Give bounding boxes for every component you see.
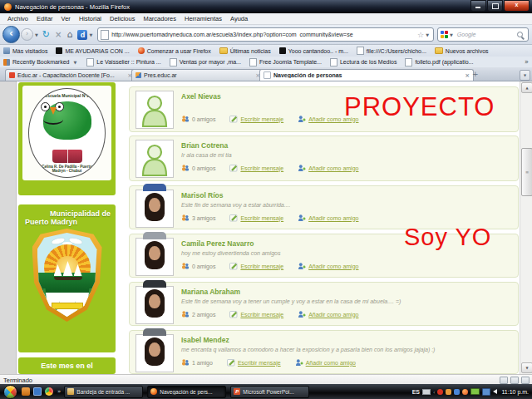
add-friend-link[interactable]: Añadir como amigo: [298, 214, 358, 222]
url-text[interactable]: http://www.puertomadryneduca.com.ar/escu…: [111, 32, 415, 37]
new-tab-button[interactable]: +: [472, 70, 479, 78]
add-friend-link[interactable]: Añadir como amigo: [298, 164, 358, 172]
stop-button[interactable]: ×: [55, 27, 62, 43]
person-name-link[interactable]: Camila Perez Navarro: [181, 239, 254, 248]
quicklaunch-media-icon[interactable]: [22, 387, 30, 396]
keyboard-icon[interactable]: [422, 389, 431, 395]
friends-icon: [181, 310, 190, 318]
tab-navegacion-personas[interactable]: Navegación de personas ×: [259, 69, 474, 81]
add-friend-link[interactable]: Añadir como amigo: [295, 358, 356, 367]
page-scrollbar[interactable]: ▲ ≡ ▼: [520, 81, 532, 374]
person-name-link[interactable]: Marisol Ríos: [181, 191, 224, 200]
firefox-logo-icon: [4, 3, 12, 11]
quicklaunch-chrome-icon[interactable]: [45, 387, 53, 396]
bookmark-nuevos-archivos[interactable]: Nuevos archivos: [435, 47, 489, 54]
bookmark-yooo-cantandoo[interactable]: Yooo cantandoo.. - m...: [279, 47, 348, 54]
search-engine-dropdown-icon[interactable]: ▼: [450, 32, 453, 37]
avatar-default[interactable]: [135, 140, 174, 178]
page-icon: [249, 58, 257, 66]
taskbar-button-firefox[interactable]: Navegación de pers...: [147, 386, 226, 398]
back-button[interactable]: ‹: [2, 26, 20, 43]
tray-expand-icon[interactable]: ‹: [433, 389, 435, 395]
statusbar-image-icon[interactable]: [500, 377, 508, 384]
tab-close-icon[interactable]: ×: [465, 72, 470, 79]
menu-delicious[interactable]: Delicious: [106, 15, 139, 22]
menu-ver[interactable]: Ver: [57, 15, 75, 22]
bookmark-mas-visitados[interactable]: Más visitados: [3, 47, 47, 54]
statusbar-resize-icon[interactable]: [521, 377, 530, 384]
start-button[interactable]: [3, 385, 17, 399]
tab-pres-educar[interactable]: Pres.educ.ar ×: [131, 69, 264, 81]
maximize-button[interactable]: [487, 0, 503, 12]
avatar-default[interactable]: [135, 91, 174, 129]
menu-historial[interactable]: Historial: [75, 15, 106, 22]
bookmark-ventas-por-mayor[interactable]: Ventas por mayor ,ma...: [170, 58, 241, 66]
language-indicator[interactable]: ES: [412, 389, 420, 395]
search-placeholder[interactable]: Google: [457, 32, 517, 37]
person-status: Este fin de semana voy a estar aburrida.…: [181, 202, 291, 208]
url-bar[interactable]: http://www.puertomadryneduca.com.ar/escu…: [97, 27, 434, 42]
avatar-photo[interactable]: [135, 334, 174, 372]
quicklaunch-desktop-icon[interactable]: [33, 387, 42, 396]
avatar-photo[interactable]: [135, 286, 174, 324]
battery-icon[interactable]: [470, 388, 480, 395]
search-icon[interactable]: [517, 32, 523, 37]
scrollbar-thumb[interactable]: ≡: [521, 148, 532, 196]
person-name-link[interactable]: Isabel Mendez: [181, 336, 229, 344]
bookmark-ultimas-noticias[interactable]: Últimas noticias: [219, 47, 271, 54]
person-name-link[interactable]: Axel Nievas: [181, 92, 221, 101]
tray-messenger-icon[interactable]: [446, 389, 451, 395]
bookmark-lectura-medios[interactable]: Lectura de los Medios: [330, 58, 397, 66]
forward-button[interactable]: ›: [21, 28, 33, 41]
statusbar-grid-icon[interactable]: [510, 377, 519, 384]
tab-educar[interactable]: Educ.ar - Capacitación Docente [Fo... ×: [5, 69, 136, 81]
write-message-link[interactable]: Escribir mensaje: [229, 164, 283, 172]
menu-herramientas[interactable]: Herramientas: [180, 15, 226, 22]
menu-editar[interactable]: Editar: [32, 15, 57, 22]
bookmark-recently-bookmarked[interactable]: Recently Bookmarked▼: [3, 59, 78, 66]
write-message-link[interactable]: Escribir mensaje: [229, 214, 283, 222]
url-dropdown-icon[interactable]: ▼: [426, 32, 429, 37]
history-dropdown-icon[interactable]: ▼: [35, 32, 38, 37]
add-friend-link[interactable]: Añadir como amigo: [298, 310, 358, 318]
tray-update-icon[interactable]: [454, 389, 460, 395]
person-name-link[interactable]: Mariana Abraham: [181, 288, 240, 296]
bookmark-file-chicho[interactable]: file:///C:/Users/chicho...: [357, 47, 426, 55]
taskbar-button-mail[interactable]: Bandeja de entrada ...: [64, 386, 143, 398]
menu-archivo[interactable]: Archivo: [3, 15, 32, 22]
taskbar-clock[interactable]: 11:10 p.m.: [501, 389, 529, 395]
minimize-button[interactable]: [470, 0, 486, 12]
menu-marcadores[interactable]: Marcadores: [139, 15, 180, 22]
person-name-link[interactable]: Brian Cotrena: [181, 141, 228, 150]
volume-icon[interactable]: [493, 389, 497, 394]
scroll-up-button[interactable]: ▲: [521, 82, 532, 93]
tray-antivirus-icon[interactable]: [437, 389, 443, 395]
delicious-icon[interactable]: d: [77, 30, 87, 40]
avatar-photo[interactable]: [135, 190, 174, 228]
taskbar-button-powerpoint[interactable]: P Microsoft PowerPoi...: [230, 386, 309, 398]
bookmarks-overflow-icon[interactable]: »: [525, 58, 529, 66]
quicklaunch-overflow-icon[interactable]: »: [57, 388, 61, 395]
write-message-link[interactable]: Escribir mensaje: [229, 115, 283, 123]
scroll-down-button[interactable]: ▼: [521, 362, 532, 373]
search-bar[interactable]: ▼ Google: [437, 27, 529, 42]
add-friend-link[interactable]: Añadir como amigo: [298, 262, 358, 270]
bookmark-free-joomla[interactable]: Free Joomla Template...: [249, 58, 322, 66]
list-all-tabs-icon[interactable]: ▼: [520, 70, 530, 81]
tray-firewall-icon[interactable]: [462, 389, 468, 395]
write-message-link[interactable]: Escribir mensaje: [229, 310, 283, 318]
home-button[interactable]: ⌂: [66, 27, 72, 43]
refresh-button[interactable]: ↻: [42, 27, 50, 43]
close-button[interactable]: x: [504, 0, 530, 12]
bookmark-me-ayudarias[interactable]: ME AYUDARIAS CON ...: [56, 47, 129, 54]
delicious-dropdown-icon[interactable]: ▼: [89, 32, 92, 37]
menu-ayuda[interactable]: Ayuda: [226, 15, 252, 22]
network-icon[interactable]: [482, 388, 490, 396]
avatar-photo[interactable]: [135, 238, 174, 276]
bookmark-le-vaisselier[interactable]: Le Vaisselier :: Pintura ...: [86, 58, 160, 66]
bookmark-comenzar-firefox[interactable]: Comenzar a usar Firefox: [138, 47, 211, 54]
bookmark-star-icon[interactable]: ☆: [417, 31, 424, 39]
bookmark-folleto-pdf[interactable]: folleto.pdf (applicatio...: [405, 58, 473, 66]
write-message-link[interactable]: Escribir mensaje: [227, 358, 281, 367]
write-message-link[interactable]: Escribir mensaje: [229, 262, 283, 270]
